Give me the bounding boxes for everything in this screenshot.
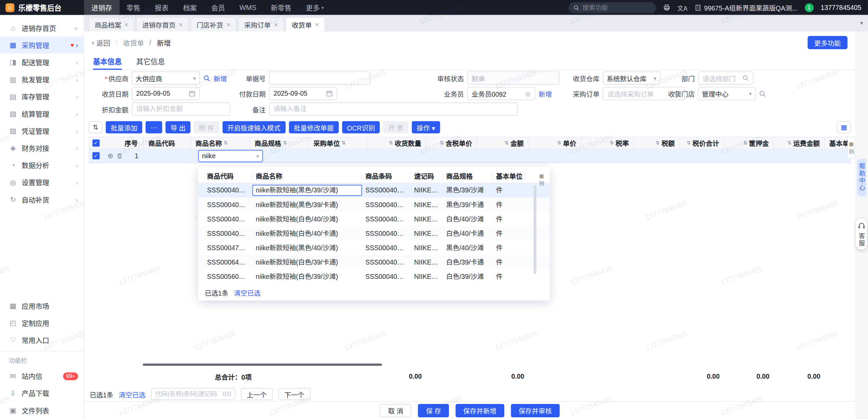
column-settings-button[interactable]: ▦ 列 [847, 137, 855, 159]
column-header[interactable]: ⇅ 采购单位 [309, 137, 368, 148]
receive-store-select[interactable]: 管理中心 ▾ [698, 87, 756, 100]
close-icon[interactable]: × [179, 21, 183, 29]
table-row[interactable]: ✓ ⊕ 1 ▾ [89, 149, 851, 163]
next-button[interactable]: 下一个 [278, 388, 310, 400]
save-and-new-button[interactable]: 保存并新增 [455, 404, 504, 417]
toolbar-button[interactable]: 批量添加 [106, 121, 142, 134]
chevron-down-icon[interactable]: ▾ [860, 20, 863, 26]
toolbar-button[interactable]: 导 出 [165, 121, 190, 134]
save-button[interactable]: 保 存 [418, 404, 449, 417]
sidebar-item[interactable]: ↻ 自动补货 › [0, 191, 83, 208]
column-header[interactable]: ⇅ 收货数量 [368, 137, 426, 148]
search-icon[interactable] [759, 90, 766, 97]
horizontal-scrollbar[interactable] [89, 364, 851, 366]
toolbar-button[interactable]: ··· [146, 121, 162, 134]
global-search[interactable] [568, 2, 656, 13]
toolbar-button[interactable]: 开 票 [383, 121, 408, 134]
toolbar-button[interactable]: OCR识别 [342, 121, 380, 134]
search-icon[interactable] [203, 75, 210, 82]
toolbar-button[interactable]: 批量修改单据 [289, 121, 339, 134]
sidebar-item[interactable]: ⇩ 产品下载 [0, 384, 83, 402]
remark-input[interactable] [269, 103, 518, 116]
topnav-item[interactable]: 新零售 [264, 0, 299, 15]
doc-no-input[interactable] [269, 71, 370, 85]
pay-date-input[interactable]: 2025-09-05 [269, 87, 337, 100]
document-tab[interactable]: 收货单 × [286, 17, 325, 31]
sidebar-item[interactable]: ▥ 批发管理 › [0, 71, 83, 88]
topnav-item[interactable]: 档案 [176, 0, 204, 15]
sidebar-item[interactable]: ◔ 数据分析 › [0, 157, 83, 174]
warehouse-select[interactable]: 系统默认仓库 ▾ [603, 71, 660, 85]
save-and-review-button[interactable]: 保存并审核 [511, 404, 560, 417]
column-header[interactable]: ⇅ 金额 [477, 137, 529, 148]
help-center-button[interactable]: 帮助中心 [857, 159, 867, 197]
product-option[interactable]: SSS00560402... niike新款短袖(白色/39/沙滩) SSS00… [198, 270, 550, 284]
sidebar-item[interactable]: ◨ 配送管理 › [0, 54, 83, 71]
close-icon[interactable]: × [315, 21, 319, 29]
column-header[interactable]: ⇅ 税率 [581, 137, 634, 148]
close-icon[interactable]: × [226, 21, 230, 29]
dropdown-column-settings-button[interactable]: ▦ 列 [537, 173, 546, 187]
product-option[interactable]: SSS00047010... niike新款短袖(黑色/40/沙滩) SSS00… [198, 241, 550, 255]
close-icon[interactable]: × [274, 21, 278, 29]
product-option[interactable]: SSS00064020... niike新款短袖(白色/39/卡通) SSS00… [198, 255, 550, 269]
row-filter-input[interactable] [155, 391, 221, 397]
toolbar-button[interactable]: 开启极速输入模式 [222, 121, 285, 134]
add-row-icon[interactable]: ⊕ [107, 152, 113, 160]
brand[interactable]: ☺ 乐檬零售后台 [0, 2, 84, 13]
sidebar-item[interactable]: ▩ 应用市场 [0, 297, 83, 314]
column-header[interactable]: ⇅ 税价合计 [680, 137, 724, 148]
toolbar-button[interactable]: 操作 ▾ [412, 121, 440, 134]
sidebar-item[interactable]: ▨ 凭证管理 › [0, 122, 83, 139]
document-tab[interactable]: 门店补货 × [190, 17, 236, 31]
product-search-input[interactable] [202, 152, 254, 160]
previous-button[interactable]: 上一个 [241, 388, 273, 400]
scrollbar-thumb[interactable] [143, 364, 382, 366]
more-functions-button[interactable]: 更多功能 [807, 36, 847, 49]
topnav-item[interactable]: WMS [232, 0, 264, 15]
column-header[interactable]: ⇅ 含税单价 [426, 137, 477, 148]
cancel-button[interactable]: 取 消 [380, 404, 412, 417]
global-search-input[interactable] [583, 4, 651, 11]
topnav-item[interactable]: 进销存 [84, 0, 119, 15]
select-all-checkbox[interactable]: ✓ [92, 139, 99, 146]
product-search-combobox[interactable]: ▾ [198, 150, 263, 162]
topnav-item[interactable]: 零售 [119, 0, 148, 15]
sidebar-item[interactable]: ◰ 定制应用 [0, 314, 83, 332]
delete-row-icon[interactable] [116, 152, 123, 159]
language-icon[interactable]: 文A [677, 3, 687, 12]
calendar-panel-button[interactable]: ▦ [837, 121, 851, 134]
add-supplier-link[interactable]: 新增 [214, 73, 227, 83]
product-option[interactable]: SSS00040820... niike新款短袖(白色/40/卡通) SSS00… [198, 226, 550, 241]
department-input[interactable]: 请选择部门 [698, 71, 753, 85]
column-header[interactable]: ⇅ 商品代码 [144, 137, 191, 148]
sidebar-item[interactable]: ▧ 结算管理 › [0, 105, 83, 122]
clear-icon[interactable]: ⊗ [525, 90, 531, 98]
clear-selection-link[interactable]: 清空已选 [234, 287, 261, 297]
sidebar-item[interactable]: ⌂ 进销存首页 « [0, 19, 83, 37]
column-header[interactable]: ⇅ 商品规格 [250, 137, 309, 148]
customer-service-button[interactable]: 客服 [856, 219, 867, 250]
sidebar-item[interactable]: ▣ 文件列表 [0, 402, 83, 419]
document-tab[interactable]: 商品档案 × [89, 17, 134, 31]
clear-selection-link[interactable]: 清空已选 [119, 389, 146, 399]
document-tab[interactable]: 采购订单 × [238, 17, 284, 31]
row-filter[interactable]: 0/0 [151, 388, 235, 400]
sidebar-item[interactable]: ◈ 财务对接 › [0, 139, 83, 157]
sidebar-item[interactable]: ▦ 采购管理 › [0, 37, 83, 54]
row-checkbox[interactable]: ✓ [92, 152, 99, 159]
close-icon[interactable]: × [124, 21, 128, 29]
sidebar-item[interactable]: ◎ 设置管理 › [0, 174, 83, 191]
column-header[interactable]: ⇅ 商品名称 [191, 137, 250, 148]
salesman-input[interactable]: 业务员0092 ⊗ [467, 87, 535, 100]
sidebar-item[interactable]: ♡ 常用入口 [0, 332, 83, 349]
display-settings-button[interactable]: ⇅ [89, 121, 102, 134]
form-tab[interactable]: 基本信息 [93, 54, 122, 70]
product-option[interactable]: SSS00040672... niike新款短袖(白色/40/沙滩) SSS00… [198, 212, 550, 226]
supplier-select[interactable]: 大供应商 ▾ [132, 71, 200, 85]
product-option[interactable]: SSS0004010... niike新款短袖(黑色/39/沙滩) SSS000… [198, 183, 550, 198]
receive-date-input[interactable]: 2025-09-05 [132, 87, 200, 100]
dropdown-scrollbar[interactable] [534, 185, 536, 274]
product-option[interactable]: SSS00040140... niike新款短袖(黑色/39/卡通) SSS00… [198, 198, 550, 212]
back-button[interactable]: ‹ 返回 [92, 37, 110, 48]
